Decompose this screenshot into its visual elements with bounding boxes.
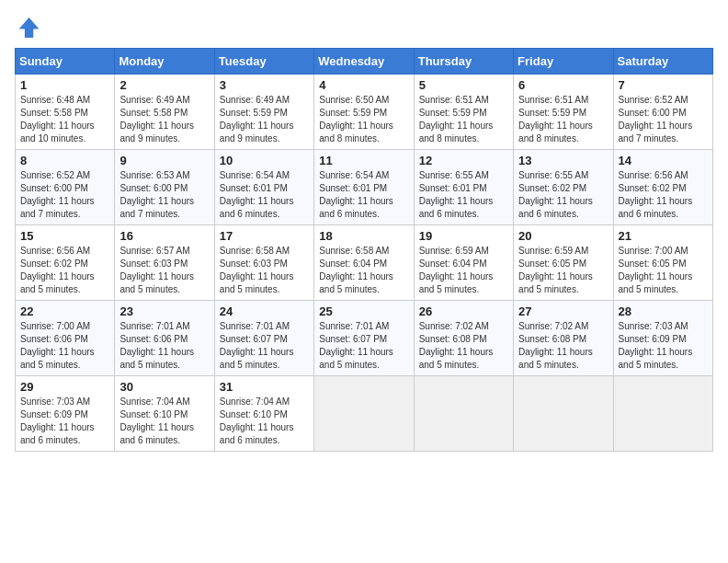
day-info: Sunrise: 6:55 AMSunset: 6:01 PMDaylight:… [419, 169, 508, 221]
calendar-cell: 25 Sunrise: 7:01 AMSunset: 6:07 PMDaylig… [314, 301, 414, 376]
day-number: 17 [220, 229, 309, 243]
day-info: Sunrise: 6:49 AMSunset: 5:58 PMDaylight:… [119, 94, 209, 145]
day-info: Sunrise: 6:59 AMSunset: 6:04 PMDaylight:… [419, 245, 508, 296]
day-info: Sunrise: 6:50 AMSunset: 5:59 PMDaylight:… [319, 94, 408, 145]
day-number: 21 [619, 229, 708, 243]
day-info: Sunrise: 6:58 AMSunset: 6:03 PMDaylight:… [220, 245, 309, 296]
calendar-cell: 28 Sunrise: 7:03 AMSunset: 6:09 PMDaylig… [613, 301, 712, 376]
day-number: 24 [220, 304, 309, 318]
calendar-cell [613, 376, 712, 452]
calendar-cell: 24 Sunrise: 7:01 AMSunset: 6:07 PMDaylig… [214, 301, 313, 376]
week-row-4: 22 Sunrise: 7:00 AMSunset: 6:06 PMDaylig… [16, 301, 713, 376]
calendar-cell: 12 Sunrise: 6:55 AMSunset: 6:01 PMDaylig… [414, 150, 513, 225]
header-thursday: Thursday [414, 49, 513, 75]
day-number: 26 [419, 304, 508, 318]
header-saturday: Saturday [613, 49, 712, 75]
day-number: 13 [518, 154, 608, 167]
calendar-cell: 8 Sunrise: 6:52 AMSunset: 6:00 PMDayligh… [16, 150, 115, 225]
logo-icon [15, 15, 40, 40]
day-number: 8 [20, 154, 109, 167]
calendar-cell: 4 Sunrise: 6:50 AMSunset: 5:59 PMDayligh… [314, 75, 414, 150]
day-number: 25 [319, 304, 408, 318]
calendar-cell: 18 Sunrise: 6:58 AMSunset: 6:04 PMDaylig… [314, 225, 414, 301]
day-info: Sunrise: 7:01 AMSunset: 6:07 PMDaylight:… [220, 320, 309, 372]
day-number: 28 [619, 304, 708, 318]
day-info: Sunrise: 7:04 AMSunset: 6:10 PMDaylight:… [220, 396, 309, 447]
day-info: Sunrise: 7:01 AMSunset: 6:07 PMDaylight:… [319, 320, 408, 372]
day-number: 10 [220, 154, 309, 167]
day-number: 9 [119, 154, 209, 167]
calendar-cell: 14 Sunrise: 6:56 AMSunset: 6:02 PMDaylig… [613, 150, 712, 225]
day-info: Sunrise: 7:02 AMSunset: 6:08 PMDaylight:… [419, 320, 508, 372]
calendar-cell: 5 Sunrise: 6:51 AMSunset: 5:59 PMDayligh… [414, 75, 513, 150]
calendar-cell: 27 Sunrise: 7:02 AMSunset: 6:08 PMDaylig… [514, 301, 613, 376]
day-number: 11 [319, 154, 408, 167]
calendar-cell: 31 Sunrise: 7:04 AMSunset: 6:10 PMDaylig… [214, 376, 313, 452]
calendar-cell: 23 Sunrise: 7:01 AMSunset: 6:06 PMDaylig… [115, 301, 214, 376]
day-info: Sunrise: 7:03 AMSunset: 6:09 PMDaylight:… [619, 320, 708, 372]
day-info: Sunrise: 6:57 AMSunset: 6:03 PMDaylight:… [119, 245, 209, 296]
day-number: 16 [119, 229, 209, 243]
day-number: 6 [518, 78, 608, 92]
day-info: Sunrise: 6:51 AMSunset: 5:59 PMDaylight:… [518, 94, 608, 145]
calendar-cell: 17 Sunrise: 6:58 AMSunset: 6:03 PMDaylig… [214, 225, 313, 301]
calendar-cell: 19 Sunrise: 6:59 AMSunset: 6:04 PMDaylig… [414, 225, 513, 301]
calendar-cell: 3 Sunrise: 6:49 AMSunset: 5:59 PMDayligh… [214, 75, 313, 150]
day-info: Sunrise: 6:58 AMSunset: 6:04 PMDaylight:… [319, 245, 408, 296]
day-info: Sunrise: 7:00 AMSunset: 6:06 PMDaylight:… [20, 320, 109, 372]
day-number: 20 [518, 229, 608, 243]
calendar-cell: 16 Sunrise: 6:57 AMSunset: 6:03 PMDaylig… [115, 225, 214, 301]
day-info: Sunrise: 6:54 AMSunset: 6:01 PMDaylight:… [319, 169, 408, 221]
calendar-cell: 7 Sunrise: 6:52 AMSunset: 6:00 PMDayligh… [613, 75, 712, 150]
day-info: Sunrise: 7:01 AMSunset: 6:06 PMDaylight:… [119, 320, 209, 372]
calendar-cell: 11 Sunrise: 6:54 AMSunset: 6:01 PMDaylig… [314, 150, 414, 225]
header-row: SundayMondayTuesdayWednesdayThursdayFrid… [16, 49, 713, 75]
day-info: Sunrise: 6:48 AMSunset: 5:58 PMDaylight:… [20, 94, 109, 145]
calendar-cell [514, 376, 613, 452]
day-number: 22 [20, 304, 109, 318]
header-tuesday: Tuesday [214, 49, 313, 75]
day-info: Sunrise: 6:52 AMSunset: 6:00 PMDaylight:… [20, 169, 109, 221]
svg-marker-0 [19, 17, 40, 38]
calendar-cell: 26 Sunrise: 7:02 AMSunset: 6:08 PMDaylig… [414, 301, 513, 376]
week-row-1: 1 Sunrise: 6:48 AMSunset: 5:58 PMDayligh… [16, 75, 713, 150]
day-number: 27 [518, 304, 608, 318]
day-info: Sunrise: 7:04 AMSunset: 6:10 PMDaylight:… [119, 396, 209, 447]
logo [15, 15, 44, 40]
calendar-table: SundayMondayTuesdayWednesdayThursdayFrid… [15, 48, 713, 452]
day-number: 7 [619, 78, 708, 92]
calendar-cell: 10 Sunrise: 6:54 AMSunset: 6:01 PMDaylig… [214, 150, 313, 225]
day-number: 5 [419, 78, 508, 92]
day-info: Sunrise: 6:51 AMSunset: 5:59 PMDaylight:… [419, 94, 508, 145]
day-number: 14 [619, 154, 708, 167]
header-wednesday: Wednesday [314, 49, 414, 75]
day-number: 18 [319, 229, 408, 243]
day-info: Sunrise: 7:00 AMSunset: 6:05 PMDaylight:… [619, 245, 708, 296]
day-number: 4 [319, 78, 408, 92]
day-info: Sunrise: 6:54 AMSunset: 6:01 PMDaylight:… [220, 169, 309, 221]
calendar-cell: 9 Sunrise: 6:53 AMSunset: 6:00 PMDayligh… [115, 150, 214, 225]
calendar-cell: 22 Sunrise: 7:00 AMSunset: 6:06 PMDaylig… [16, 301, 115, 376]
day-number: 15 [20, 229, 109, 243]
day-number: 23 [119, 304, 209, 318]
calendar-cell [314, 376, 414, 452]
day-info: Sunrise: 6:53 AMSunset: 6:00 PMDaylight:… [119, 169, 209, 221]
day-number: 30 [119, 380, 209, 394]
calendar-cell: 6 Sunrise: 6:51 AMSunset: 5:59 PMDayligh… [514, 75, 613, 150]
calendar-cell: 13 Sunrise: 6:55 AMSunset: 6:02 PMDaylig… [514, 150, 613, 225]
week-row-2: 8 Sunrise: 6:52 AMSunset: 6:00 PMDayligh… [16, 150, 713, 225]
day-number: 31 [220, 380, 309, 394]
week-row-3: 15 Sunrise: 6:56 AMSunset: 6:02 PMDaylig… [16, 225, 713, 301]
day-number: 29 [20, 380, 109, 394]
header-monday: Monday [115, 49, 214, 75]
calendar-cell: 30 Sunrise: 7:04 AMSunset: 6:10 PMDaylig… [115, 376, 214, 452]
header-sunday: Sunday [16, 49, 115, 75]
day-info: Sunrise: 6:49 AMSunset: 5:59 PMDaylight:… [220, 94, 309, 145]
day-info: Sunrise: 6:56 AMSunset: 6:02 PMDaylight:… [20, 245, 109, 296]
day-number: 19 [419, 229, 508, 243]
day-number: 12 [419, 154, 508, 167]
day-info: Sunrise: 7:03 AMSunset: 6:09 PMDaylight:… [20, 396, 109, 447]
day-number: 2 [119, 78, 209, 92]
week-row-5: 29 Sunrise: 7:03 AMSunset: 6:09 PMDaylig… [16, 376, 713, 452]
calendar-cell: 29 Sunrise: 7:03 AMSunset: 6:09 PMDaylig… [16, 376, 115, 452]
